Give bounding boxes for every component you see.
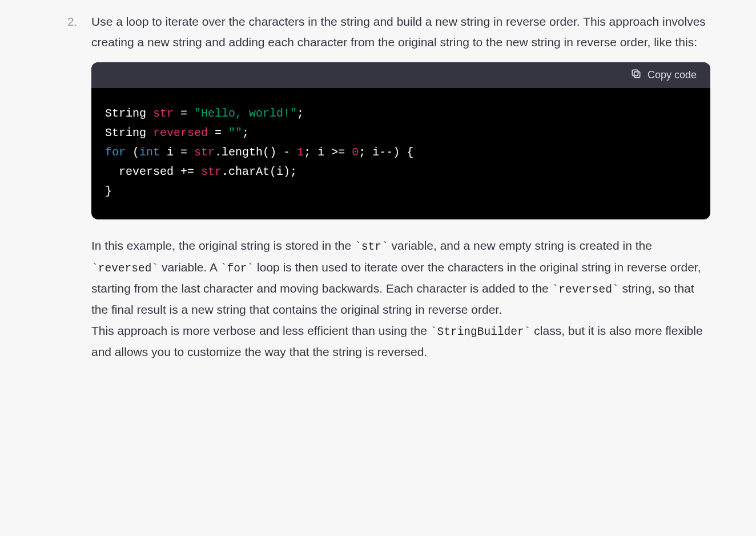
text-run: In this example, the original string is … [91,239,355,252]
code-token: ; [242,126,249,139]
code-token: ; i--) { [359,146,413,159]
code-token: str [201,165,222,178]
inline-code-reversed: `reversed` [91,262,158,275]
code-token: reversed += [105,165,201,178]
inline-code-for: `for` [220,262,254,275]
document-container: Use a loop to iterate over the character… [0,0,756,386]
list-item-2: Use a loop to iterate over the character… [91,11,710,363]
inline-code-reversed: `reversed` [552,283,619,296]
code-token: = [174,146,194,159]
list-item-intro: Use a loop to iterate over the character… [91,11,710,52]
svg-rect-1 [632,70,638,76]
ordered-list: Use a loop to iterate over the character… [46,11,710,363]
code-token: 1 [297,146,304,159]
code-block-header: Copy code [91,62,710,88]
code-body[interactable]: String str = "Hello, world!"; String rev… [91,88,710,219]
code-token: "" [228,126,242,139]
explanation-paragraph-1: In this example, the original string is … [91,235,710,320]
code-token: str [194,146,215,159]
code-token: } [105,185,112,198]
inline-code-str: `str` [355,241,388,253]
code-token: String [105,126,146,139]
code-token: String [105,107,146,120]
code-token: reversed [153,126,208,139]
copy-code-button[interactable]: Copy code [630,68,697,82]
code-token: = [174,107,194,120]
code-token: str [153,107,174,120]
code-token: ; i >= [304,146,352,159]
code-token: ( [126,146,139,159]
code-token: ; [297,107,304,120]
code-token: for [105,146,126,159]
code-token: int [139,146,160,159]
code-token: 0 [352,146,359,159]
code-token: "Hello, world!" [194,107,297,120]
explanation: In this example, the original string is … [91,235,710,362]
code-token: i [167,146,174,159]
code-block: Copy code String str = "Hello, world!"; … [91,62,710,219]
svg-rect-0 [634,72,640,78]
text-run: variable, and a new empty string is crea… [388,239,652,252]
explanation-paragraph-2: This approach is more verbose and less e… [91,321,710,363]
inline-code-stringbuilder: `StringBuilder` [431,326,531,338]
clipboard-icon [630,68,642,82]
code-token: = [208,126,228,139]
code-token: .charAt(i); [222,165,297,178]
code-token [160,146,167,159]
code-token: .length() - [215,146,297,159]
text-run: variable. A [158,261,220,274]
text-run: This approach is more verbose and less e… [91,324,431,337]
copy-code-label: Copy code [648,69,697,81]
